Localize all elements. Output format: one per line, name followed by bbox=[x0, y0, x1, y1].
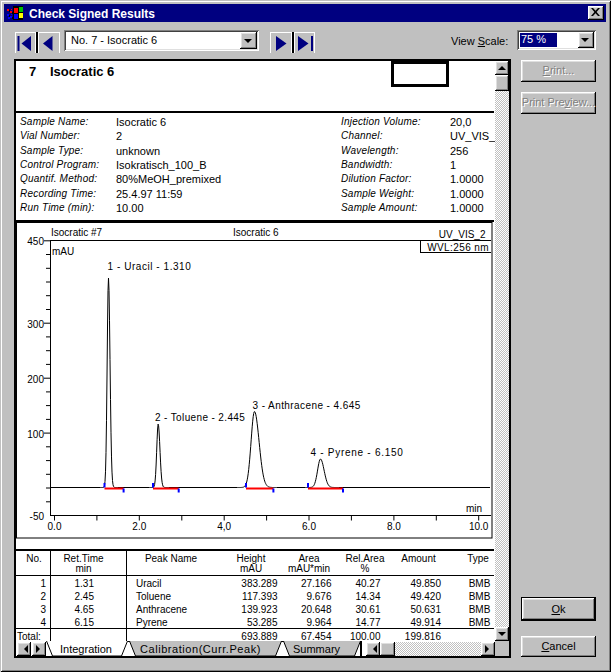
svg-text:6.0: 6.0 bbox=[302, 521, 316, 532]
svg-text:10.0: 10.0 bbox=[469, 521, 489, 532]
svg-text:8.0: 8.0 bbox=[387, 521, 401, 532]
svg-text:3 - Anthracene - 4.645: 3 - Anthracene - 4.645 bbox=[253, 400, 361, 411]
svg-text:-50: -50 bbox=[30, 511, 45, 522]
svg-text:200: 200 bbox=[27, 374, 44, 385]
svg-text:Integration: Integration bbox=[60, 643, 112, 655]
svg-text:WVL:256 nm: WVL:256 nm bbox=[427, 242, 489, 253]
svg-text:Isocratic 6: Isocratic 6 bbox=[233, 227, 279, 238]
svg-text:Calibration(Curr.Peak): Calibration(Curr.Peak) bbox=[140, 643, 261, 655]
svg-text:mAU: mAU bbox=[52, 246, 74, 257]
svg-text:2.0: 2.0 bbox=[132, 521, 146, 532]
svg-text:min: min bbox=[466, 503, 482, 514]
svg-text:4,0: 4,0 bbox=[217, 521, 231, 532]
svg-text:100: 100 bbox=[27, 429, 44, 440]
svg-text:300: 300 bbox=[27, 319, 44, 330]
svg-text:Summary: Summary bbox=[293, 643, 341, 655]
svg-text:UV_VIS_2: UV_VIS_2 bbox=[439, 229, 486, 240]
svg-text:2 - Toluene - 2.445: 2 - Toluene - 2.445 bbox=[155, 412, 245, 423]
svg-text:4 - Pyrene - 6.150: 4 - Pyrene - 6.150 bbox=[311, 447, 404, 458]
svg-text:Isocratic #7: Isocratic #7 bbox=[51, 227, 103, 238]
svg-text:1 - Uracil - 1.310: 1 - Uracil - 1.310 bbox=[108, 261, 192, 272]
svg-text:0.0: 0.0 bbox=[48, 521, 62, 532]
svg-text:450: 450 bbox=[27, 236, 44, 247]
